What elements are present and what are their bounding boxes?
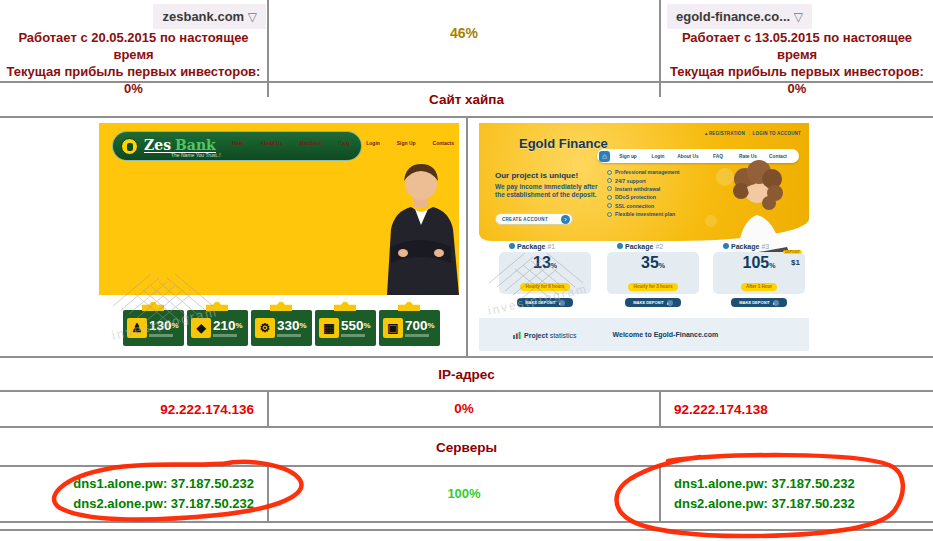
gears-icon: ⚙: [255, 318, 275, 338]
egold-logo: Egold Finance: [519, 136, 608, 151]
badge-tab: [398, 302, 420, 311]
package-2: Package #2 35% Hourly for 3 hours MAKE D…: [607, 243, 699, 307]
arrow-right-icon: ›: [561, 215, 570, 224]
domains-row: zesbank.com ▽ Работает с 20.05.2015 по н…: [0, 0, 933, 83]
zesbank-logo-text: ZesBank: [144, 139, 216, 153]
next-row-edge: [0, 529, 933, 533]
statistics-chart-icon: [513, 331, 521, 339]
package-3-card: DEPOSIT $1 105% After 1 Hour: [713, 252, 805, 294]
package-3-header: Package #3: [713, 243, 805, 250]
ip-row: 92.222.174.136 0% 92.222.174.138: [0, 390, 933, 428]
package-1: Package #1 13% Hourly for 8 hours MAKE D…: [499, 243, 591, 307]
plan-rate: 550%: [341, 319, 371, 332]
package-2-header: Package #2: [607, 243, 699, 250]
home-icon[interactable]: ⌂: [599, 151, 610, 162]
egold-nav-signup[interactable]: Sign up: [613, 154, 643, 159]
plan-badge-210: ◆ 210%: [187, 310, 248, 346]
zesbank-tagline: The Name You Trust..!: [171, 152, 221, 158]
badge-tab: [142, 302, 164, 311]
name-match-percent: 46%: [269, 0, 659, 41]
bullet-icon: [607, 178, 612, 183]
businessman-photo: [381, 159, 459, 295]
zesbank-logo: ZesBank The Name You Trust..!: [112, 131, 362, 161]
right-works-since: Работает с 13.05.2015 по настоящее время: [661, 29, 933, 63]
right-dns2: dns2.alone.pw: 37.187.50.232: [674, 494, 933, 514]
package-icon: [617, 243, 623, 249]
right-ip-address: 92.222.174.138: [661, 402, 933, 417]
package-2-rate: 35%: [607, 254, 699, 274]
screenshots-row: ZesBank The Name You Trust..! Main About…: [0, 116, 933, 358]
bullet-icon: [607, 186, 612, 191]
right-domain-cell: egold-finance.co... ▽ Работает с 13.05.2…: [661, 0, 933, 97]
logo-word-bank: Bank: [175, 137, 216, 153]
create-account-button[interactable]: CREATE ACCOUNT ›: [495, 213, 573, 225]
servers-match-percent: 100%: [267, 467, 661, 521]
shield-icon: ◆: [191, 318, 211, 338]
make-deposit-button[interactable]: MAKE DEPOSIT›: [731, 298, 787, 307]
feature-item: Instant withdrawal: [615, 186, 660, 192]
zesbank-nav-login[interactable]: Login: [366, 140, 380, 146]
zesbank-nav-about[interactable]: About Us: [260, 140, 282, 146]
zesbank-screenshot: ZesBank The Name You Trust..! Main About…: [99, 123, 459, 351]
left-dns-servers: dns1.alone.pw: 37.187.50.232 dns2.alone.…: [0, 474, 267, 514]
ip-match-percent: 0%: [267, 392, 661, 426]
egold-welcome-text: Welcome to Egold-Finance.com: [613, 331, 719, 338]
package-1-header: Package #1: [499, 243, 591, 250]
left-dns2: dns2.alone.pw: 37.187.50.232: [0, 494, 254, 514]
section-header-servers: Серверы: [0, 428, 933, 465]
bullet-icon: [607, 203, 612, 208]
badge-tab: [206, 302, 228, 311]
egold-account-links[interactable]: ▴ REGISTRATION → LOGIN TO ACCOUNT: [705, 131, 801, 136]
zesbank-nav-contacts[interactable]: Contacts: [433, 140, 454, 146]
left-works-since: Работает с 20.05.2015 по настоящее время: [0, 29, 267, 63]
hyip-comparison-table: zesbank.com ▽ Работает с 20.05.2015 по н…: [0, 0, 933, 541]
briefcase-icon: ▣: [383, 318, 403, 338]
section-header-ip: IP-адрес: [0, 358, 933, 390]
zesbank-nav-signup[interactable]: Sign Up: [397, 140, 416, 146]
left-ip-address: 92.222.174.136: [0, 402, 267, 417]
badge-tab: [334, 302, 356, 311]
egold-feature-list: Professional management 24/7 support Ins…: [607, 168, 680, 218]
make-deposit-button[interactable]: MAKE DEPOSIT›: [517, 298, 573, 307]
package-1-rate: 13%: [499, 254, 591, 274]
plan-rate: 330%: [277, 319, 307, 332]
egold-footer-strip: Project statistics Welcome to Egold-Fina…: [479, 318, 809, 351]
zesbank-logo-icon: [121, 138, 138, 155]
left-domain-label: zesbank.com: [162, 9, 244, 24]
project-statistics-link[interactable]: Project statistics: [513, 331, 577, 339]
plan-badge-550: ▦ 550%: [315, 310, 376, 346]
zesbank-nav-main[interactable]: Main: [232, 140, 243, 146]
right-domain-label: egold-finance.co...: [676, 9, 790, 24]
package-2-period: Hourly for 3 hours: [628, 283, 677, 291]
chevron-down-icon: ▽: [794, 10, 803, 24]
bullet-icon: [607, 212, 612, 217]
package-1-card: 13% Hourly for 8 hours: [499, 252, 591, 294]
zesbank-nav-members[interactable]: Members: [299, 140, 321, 146]
right-dns1: dns1.alone.pw: 37.187.50.232: [674, 474, 933, 494]
right-domain-dropdown[interactable]: egold-finance.co... ▽: [667, 4, 812, 29]
package-1-period: Hourly for 8 hours: [520, 283, 569, 291]
plan-badge-700: ▣ 700%: [379, 310, 440, 346]
arrow-right-icon: ›: [559, 300, 565, 306]
chart-icon: ▦: [319, 318, 339, 338]
zesbank-nav-faq[interactable]: F.a.q: [338, 140, 349, 146]
egold-nav-login[interactable]: Login: [643, 154, 673, 159]
logo-word-zes: Zes: [144, 137, 171, 153]
feature-item: SSL connection: [615, 203, 654, 209]
arrow-right-icon: ›: [773, 300, 779, 306]
package-icon: [509, 243, 515, 249]
zesbank-plan-badges: ♟ 130% ◆ 210% ⚙ 330% ▦: [123, 302, 440, 346]
package-icon: [723, 243, 729, 249]
servers-row: dns1.alone.pw: 37.187.50.232 dns2.alone.…: [0, 465, 933, 523]
package-3-min-deposit: $1: [791, 258, 800, 267]
left-domain-dropdown[interactable]: zesbank.com ▽: [153, 4, 266, 29]
plan-badge-130: ♟ 130%: [123, 310, 184, 346]
create-account-label: CREATE ACCOUNT: [502, 217, 548, 222]
plan-rate: 700%: [405, 319, 435, 332]
bullet-icon: [607, 195, 612, 200]
make-deposit-button[interactable]: MAKE DEPOSIT›: [625, 298, 681, 307]
investor-icon: ♟: [127, 318, 147, 338]
egold-subtext: We pay income immediately after the esta…: [495, 183, 597, 199]
deposit-tag: DEPOSIT: [783, 250, 802, 254]
right-investors-profit: Текущая прибыль первых инвесторов: 0%: [661, 63, 933, 97]
